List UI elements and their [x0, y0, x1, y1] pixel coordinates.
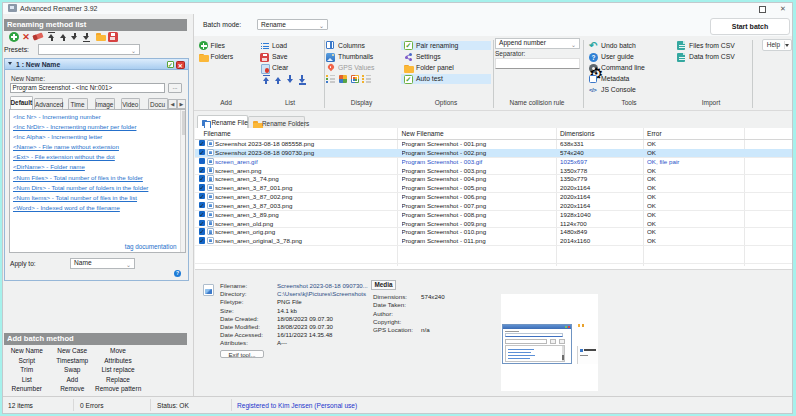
- option-pair-renaming[interactable]: ✓ Pair renaming: [401, 41, 491, 51]
- tag-link[interactable]: <Num Files> - Total number of files in t…: [13, 173, 179, 183]
- list-save-button[interactable]: Save: [260, 52, 305, 62]
- pair-renaming-checkbox[interactable]: ✓: [404, 41, 413, 50]
- collision-rule-select[interactable]: Append number ⌄: [495, 38, 580, 49]
- option-folder-panel[interactable]: Folder panel: [401, 63, 491, 73]
- display-columns-button[interactable]: Columns: [326, 41, 386, 51]
- move-up-icon[interactable]: [59, 32, 69, 42]
- tag-link[interactable]: <Inc NrDir> - Incrementing number per fo…: [13, 122, 179, 132]
- option-auto-test[interactable]: ✓ Auto test: [401, 74, 491, 84]
- method-close-button[interactable]: ✕: [176, 61, 185, 69]
- collapse-icon[interactable]: [8, 62, 12, 65]
- add-method-link[interactable]: Timestamp: [50, 356, 96, 366]
- table-row[interactable]: ✓ Screenshot 2023-08-18 090730.png Progr…: [195, 149, 793, 158]
- tab-time[interactable]: Time: [68, 98, 88, 110]
- add-method-link[interactable]: Renumber: [4, 384, 50, 394]
- row-checkbox[interactable]: ✓: [199, 202, 205, 208]
- presets-select[interactable]: ⌄: [38, 44, 140, 55]
- add-method-link[interactable]: Remove pattern: [95, 384, 141, 394]
- tab-scroll-left-icon[interactable]: ◀: [168, 99, 177, 109]
- row-checkbox[interactable]: ✓: [199, 228, 205, 234]
- table-row[interactable]: ✓ screen_aren_3_87_003.png Program Scree…: [195, 202, 793, 211]
- row-checkbox[interactable]: ✓: [199, 220, 205, 226]
- display-thumbnails-button[interactable]: Thumbnails: [326, 52, 386, 62]
- row-checkbox[interactable]: ✓: [199, 211, 205, 217]
- option-settings[interactable]: Settings: [401, 52, 491, 62]
- add-files-button[interactable]: Files: [199, 41, 254, 51]
- tool-user-guide[interactable]: ? User guide: [589, 52, 649, 62]
- save-preset-icon[interactable]: [108, 32, 118, 42]
- exif-tool-button[interactable]: Exif tool...: [220, 350, 264, 359]
- table-row[interactable]: ✓ screen_aren.png Program Screenshot - 0…: [195, 167, 793, 176]
- tab-rename-files[interactable]: Rename Files: [197, 115, 248, 129]
- row-checkbox[interactable]: ✓: [199, 184, 205, 190]
- add-method-link[interactable]: Add: [50, 375, 96, 385]
- help-button[interactable]: Help: [762, 39, 792, 51]
- method-window-header[interactable]: 1 : New Name ✓ ✕: [5, 59, 188, 70]
- add-method-link[interactable]: Move: [95, 346, 141, 356]
- table-row[interactable]: ✓ screen_aren_old.png Program Screenshot…: [195, 220, 793, 229]
- tool-js-console[interactable]: </> JS Console: [589, 85, 649, 95]
- move-file-top-icon[interactable]: [262, 75, 270, 85]
- tag-link[interactable]: <Num Dirs> - Total number of folders in …: [13, 183, 179, 193]
- row-checkbox[interactable]: ✓: [199, 149, 205, 155]
- add-method-link[interactable]: Attributes: [95, 356, 141, 366]
- tag-link[interactable]: <Name> - File name without extension: [13, 142, 179, 152]
- add-method-link[interactable]: Swap: [50, 365, 96, 375]
- tab-document[interactable]: Docu: [148, 98, 168, 110]
- view-tiles-icon[interactable]: [351, 75, 359, 83]
- browse-button[interactable]: ...: [168, 83, 182, 93]
- maximize-button[interactable]: [754, 3, 768, 14]
- tag-link[interactable]: <DirName> - Folder name: [13, 162, 179, 172]
- close-button[interactable]: ✕: [776, 3, 790, 14]
- add-method-link[interactable]: Trim: [4, 365, 50, 375]
- add-method-link[interactable]: New Name: [4, 346, 50, 356]
- table-row[interactable]: ✓ screen_aren.gif Program Screenshot - 0…: [195, 158, 793, 167]
- move-top-icon[interactable]: [47, 32, 57, 42]
- add-method-icon[interactable]: [9, 32, 19, 42]
- add-method-link[interactable]: List: [4, 375, 50, 385]
- add-method-link[interactable]: Script: [4, 356, 50, 366]
- add-method-link[interactable]: Replace: [95, 375, 141, 385]
- tab-advanced[interactable]: Advanced: [34, 98, 63, 110]
- tag-link[interactable]: <Ext> - File extension without the dot: [13, 152, 179, 162]
- help-dropdown-icon[interactable]: [785, 44, 789, 47]
- auto-test-checkbox[interactable]: ✓: [404, 75, 413, 84]
- method-enabled-checkbox[interactable]: ✓: [167, 61, 175, 69]
- col-error[interactable]: Error: [647, 128, 662, 140]
- row-checkbox[interactable]: ✓: [199, 140, 205, 146]
- table-row[interactable]: ✓ screen_aren_3_89.png Program Screensho…: [195, 211, 793, 220]
- clear-methods-icon[interactable]: [32, 32, 43, 40]
- batch-mode-select[interactable]: Rename ⌄: [257, 19, 328, 30]
- view-grid-icon[interactable]: [339, 75, 347, 83]
- separator-input[interactable]: [495, 58, 580, 69]
- tab-rename-folders[interactable]: Rename Folders: [248, 116, 306, 129]
- method-help-icon[interactable]: ?: [174, 270, 181, 277]
- start-batch-button[interactable]: Start batch: [710, 18, 790, 35]
- tag-link[interactable]: <Inc Nr> - Incrementing number: [13, 112, 179, 122]
- col-filename[interactable]: Filename: [204, 128, 231, 140]
- row-checkbox[interactable]: ✓: [199, 237, 205, 243]
- tag-link[interactable]: <Num Items> - Total number of files in t…: [13, 193, 179, 203]
- tab-image[interactable]: Image: [95, 98, 115, 110]
- table-row[interactable]: ✓ screen_aren_3_87_001.png Program Scree…: [195, 184, 793, 193]
- import-data-csv[interactable]: Data from CSV: [677, 52, 747, 62]
- row-checkbox[interactable]: ✓: [199, 167, 205, 173]
- add-method-link[interactable]: New Case: [50, 346, 96, 356]
- tool-command-line[interactable]: ⚙ Command line: [589, 63, 649, 73]
- move-file-bottom-icon[interactable]: [298, 75, 306, 85]
- tab-default[interactable]: Default: [10, 96, 33, 109]
- tab-scroll-right-icon[interactable]: ▶: [177, 99, 186, 109]
- tag-link[interactable]: <Inc Alpha> - Incrementing letter: [13, 132, 179, 142]
- tag-documentation-link[interactable]: tag documentation: [125, 243, 177, 250]
- display-gps-button[interactable]: GPS Values: [326, 63, 386, 73]
- view-list-icon[interactable]: [362, 75, 370, 83]
- add-method-link[interactable]: List replace: [95, 365, 141, 375]
- table-row[interactable]: ✓ screen_aren_orig.png Program Screensho…: [195, 228, 793, 237]
- table-row[interactable]: ✓ screen_aren_3_87_002.png Program Scree…: [195, 193, 793, 202]
- remove-method-icon[interactable]: ✕: [21, 32, 31, 42]
- tag-list-scrollbar[interactable]: [180, 110, 185, 252]
- tab-video[interactable]: Video: [121, 98, 140, 110]
- tool-undo-batch[interactable]: ↶ Undo batch: [589, 41, 649, 51]
- view-details-icon[interactable]: [326, 75, 334, 83]
- col-new-filename[interactable]: New Filename: [402, 128, 444, 140]
